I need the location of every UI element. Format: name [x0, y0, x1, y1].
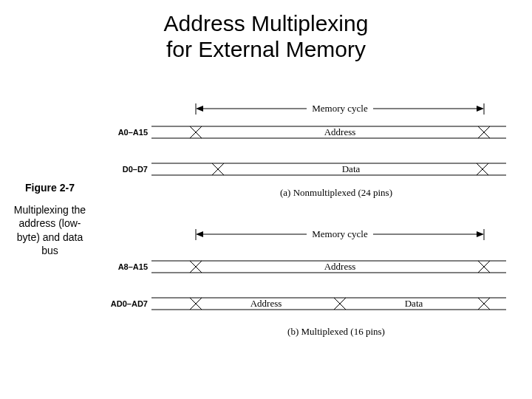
- top-memory-cycle-arrow: Memory cycle: [196, 103, 484, 115]
- bottom-row-0-name: A8–A15: [118, 262, 148, 271]
- figure-caption: Multiplexing the address (low-byte) and …: [7, 203, 92, 257]
- figure-sidebar: Figure 2-7 Multiplexing the address (low…: [7, 181, 92, 257]
- bottom-subcaption: (b) Multiplexed (16 pins): [287, 326, 385, 337]
- bottom-row-1-seg-1: Data: [405, 298, 423, 309]
- bottom-row-1-name: AD0–AD7: [111, 299, 148, 308]
- top-row-0-seg-0: Address: [324, 126, 356, 137]
- page-title: Address Multiplexing for External Memory: [0, 11, 532, 62]
- figure-number: Figure 2-7: [7, 181, 92, 194]
- bottom-memory-cycle-arrow: Memory cycle: [196, 228, 484, 240]
- top-row-1-seg-0: Data: [342, 163, 361, 174]
- bottom-row-0: A8–A15 Address: [118, 261, 506, 273]
- svg-marker-21: [196, 231, 203, 237]
- timing-diagram: Memory cycle A0–A15 Address D0–D7 Data (…: [107, 85, 517, 381]
- top-row-1-name: D0–D7: [123, 165, 148, 174]
- top-row-1: D0–D7 Data: [123, 163, 506, 175]
- bottom-row-1-seg-0: Address: [250, 298, 282, 309]
- title-line-2: for External Memory: [0, 37, 532, 63]
- svg-marker-22: [477, 231, 484, 237]
- title-line-1: Address Multiplexing: [0, 11, 532, 37]
- top-subcaption: (a) Nonmultiplexed (24 pins): [280, 187, 392, 198]
- top-row-0-name: A0–A15: [118, 128, 148, 137]
- bottom-cycle-label: Memory cycle: [312, 228, 368, 239]
- top-row-0: A0–A15 Address: [118, 126, 506, 138]
- svg-marker-4: [477, 106, 484, 112]
- bottom-row-0-seg-0: Address: [324, 261, 356, 272]
- svg-marker-3: [196, 106, 203, 112]
- bottom-row-1: AD0–AD7 Address Data: [111, 298, 506, 310]
- top-cycle-label: Memory cycle: [312, 103, 368, 114]
